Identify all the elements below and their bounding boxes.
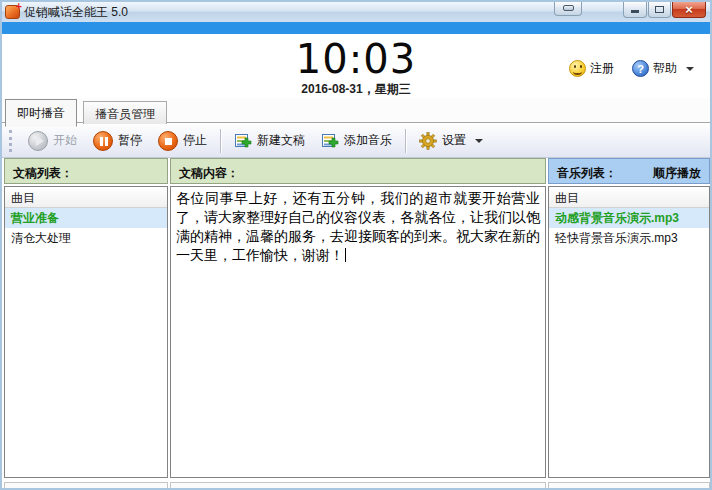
- quick-actions: 注册 帮助: [551, 60, 694, 77]
- doc-content-header: 文稿内容：: [170, 158, 546, 184]
- pause-button[interactable]: 暂停: [85, 128, 150, 154]
- play-order-mode-button[interactable]: 顺序播放: [653, 165, 701, 183]
- music-list-plus-icon: [321, 132, 339, 150]
- tab-instant-broadcast[interactable]: 即时播音: [5, 99, 77, 127]
- toolbar-separator: [220, 129, 221, 153]
- settings-button[interactable]: 设置: [411, 129, 491, 153]
- start-label: 开始: [53, 132, 77, 149]
- tab-bar: 即时播音 播音员管理: [2, 98, 710, 123]
- caption-buttons: [553, 2, 706, 18]
- register-label: 注册: [590, 60, 614, 77]
- question-mark-icon: [632, 60, 649, 77]
- app-window: 促销喊话全能王 5.0 10:03 2016-08-31，星期三 注册 帮助 即…: [0, 0, 712, 490]
- bottom-strip-segment: [170, 482, 546, 490]
- stop-label: 停止: [183, 132, 207, 149]
- doc-list-header-label: 文稿列表：: [13, 165, 73, 183]
- music-list-body: 曲目 动感背景音乐演示.mp3 轻快背景音乐演示.mp3: [548, 186, 710, 478]
- start-button[interactable]: 开始: [20, 128, 85, 154]
- bottom-strip-segment: [4, 482, 168, 490]
- doc-content-header-label: 文稿内容：: [179, 165, 239, 183]
- stop-button[interactable]: 停止: [150, 128, 215, 154]
- document-plus-icon: [234, 132, 252, 150]
- doc-content-panel: 文稿内容： 各位同事早上好，还有五分钟，我们的超市就要开始营业了，请大家整理好自…: [170, 158, 546, 478]
- new-document-label: 新建文稿: [257, 132, 305, 149]
- close-button[interactable]: [672, 2, 706, 18]
- title-bar: 促销喊话全能王 5.0: [2, 2, 710, 22]
- music-list-column-header[interactable]: 曲目: [549, 187, 709, 208]
- date-display: 2016-08-31，星期三: [2, 81, 710, 98]
- doc-list-body: 曲目 营业准备 清仓大处理: [4, 186, 168, 478]
- doc-list-panel: 文稿列表： 曲目 营业准备 清仓大处理: [4, 158, 168, 478]
- stop-circle-icon: [158, 131, 178, 151]
- new-document-button[interactable]: 新建文稿: [226, 129, 313, 153]
- music-list-item[interactable]: 动感背景音乐演示.mp3: [549, 208, 709, 228]
- bottom-strip-segment: [548, 482, 710, 490]
- add-music-label: 添加音乐: [344, 132, 392, 149]
- register-button[interactable]: 注册: [569, 60, 614, 77]
- maximize-icon: [655, 6, 664, 13]
- header-band: 10:03 2016-08-31，星期三 注册 帮助: [2, 34, 710, 98]
- help-label: 帮助: [653, 60, 677, 77]
- skin-button[interactable]: [554, 2, 582, 16]
- minimize-button[interactable]: [623, 2, 647, 18]
- bottom-strip: [2, 480, 710, 488]
- doc-list-item[interactable]: 清仓大处理: [5, 228, 167, 248]
- toolbar-separator: [405, 129, 406, 153]
- maximize-button[interactable]: [648, 2, 671, 18]
- toolbar: 开始 暂停 停止 新建文稿: [2, 124, 710, 158]
- gear-icon: [419, 132, 437, 150]
- text-cursor: [345, 248, 346, 262]
- megaphone-plus-icon: [5, 5, 20, 19]
- play-circle-icon: [28, 131, 48, 151]
- add-music-button[interactable]: 添加音乐: [313, 129, 400, 153]
- skin-icon: [563, 5, 574, 11]
- minimize-icon: [631, 10, 639, 13]
- help-button[interactable]: 帮助: [632, 60, 694, 77]
- music-list-header: 音乐列表： 顺序播放: [548, 158, 710, 184]
- music-list-item[interactable]: 轻快背景音乐演示.mp3: [549, 228, 709, 248]
- settings-label: 设置: [442, 132, 466, 149]
- accent-bar: [2, 22, 710, 34]
- doc-content-editor[interactable]: 各位同事早上好，还有五分钟，我们的超市就要开始营业了，请大家整理好自己的仪容仪表…: [171, 187, 545, 477]
- pause-label: 暂停: [118, 132, 142, 149]
- doc-content-body: 各位同事早上好，还有五分钟，我们的超市就要开始营业了，请大家整理好自己的仪容仪表…: [170, 186, 546, 478]
- pause-circle-icon: [93, 131, 113, 151]
- chevron-down-icon: [475, 139, 483, 143]
- smiley-face-icon: [569, 60, 586, 77]
- doc-list-header: 文稿列表：: [4, 158, 168, 184]
- doc-list-column-header[interactable]: 曲目: [5, 187, 167, 208]
- doc-content-text: 各位同事早上好，还有五分钟，我们的超市就要开始营业了，请大家整理好自己的仪容仪表…: [176, 190, 540, 263]
- music-list-header-label: 音乐列表：: [557, 165, 617, 183]
- doc-list-item[interactable]: 营业准备: [5, 208, 167, 228]
- window-title: 促销喊话全能王 5.0: [24, 2, 128, 22]
- chevron-down-icon: [686, 67, 694, 71]
- toolbar-grip[interactable]: [9, 130, 13, 152]
- music-list-panel: 音乐列表： 顺序播放 曲目 动感背景音乐演示.mp3 轻快背景音乐演示.mp3: [548, 158, 710, 478]
